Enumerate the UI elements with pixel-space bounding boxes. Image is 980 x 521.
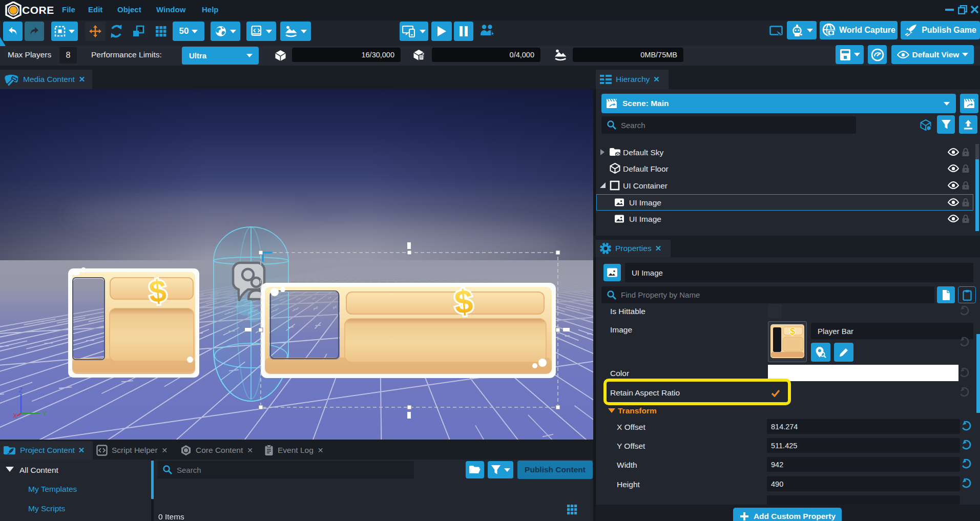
svg-text:$: $ xyxy=(790,326,795,337)
svg-text:X: X xyxy=(13,412,17,420)
svg-text:$: $ xyxy=(148,274,168,309)
svg-text:CORE: CORE xyxy=(22,4,54,16)
svg-text:Z: Z xyxy=(19,387,23,394)
svg-text:Y: Y xyxy=(43,410,47,418)
svg-text:$: $ xyxy=(453,283,474,321)
